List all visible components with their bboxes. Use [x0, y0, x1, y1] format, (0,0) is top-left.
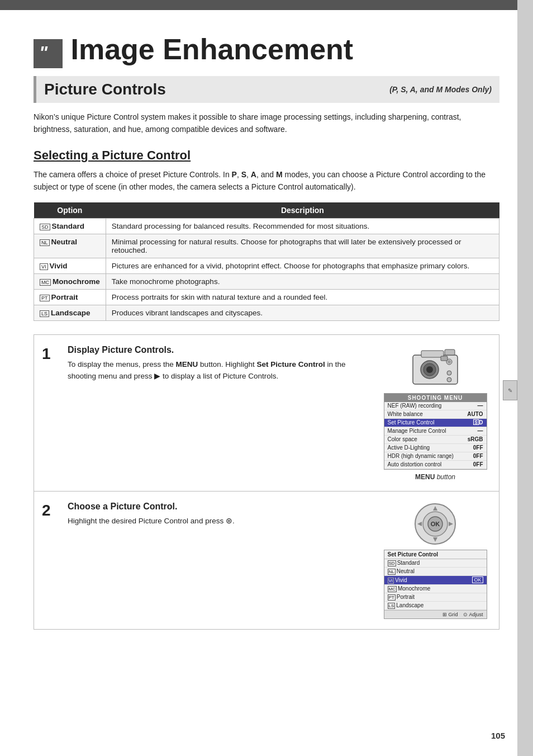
table-cell-option: NLNeutral: [34, 234, 106, 258]
step-2-number: 2: [42, 502, 59, 519]
spc-row-mc: MCMonochrome: [384, 585, 487, 593]
section-title: Picture Controls: [44, 81, 166, 98]
main-title: Image Enhancement: [70, 33, 353, 65]
right-stripe: [517, 0, 533, 756]
table-row: PTPortraitProcess portraits for skin wit…: [34, 289, 499, 305]
shooting-menu: SHOOTING MENU NEF (RAW) recording— White…: [384, 393, 487, 470]
spc-row-nl: NLNeutral: [384, 568, 487, 576]
spc-menu-footer: ⊞ Grid ⊙ Adjust: [384, 610, 487, 618]
body-text: The camera offers a choice of preset Pic…: [34, 168, 499, 193]
table-cell-description: Take monochrome photographs.: [106, 273, 499, 289]
step-2-body: Highlight the desired Picture Control an…: [68, 515, 370, 527]
sm-row-adc: Auto distortion control0FF: [384, 461, 487, 469]
page-number: 105: [491, 731, 505, 740]
svg-point-5: [426, 366, 433, 373]
table-cell-option: LSLandscape: [34, 305, 106, 320]
sm-row-hdr: HDR (high dynamic range)0FF: [384, 452, 487, 461]
table-cell-description: Pictures are enhanced for a vivid, photo…: [106, 258, 499, 273]
table-row: MCMonochromeTake monochrome photographs.: [34, 273, 499, 289]
section-subtitle: (P, S, A, and M Modes Only): [389, 85, 492, 94]
top-stripe: [0, 0, 533, 10]
page: Image Enhancement Picture Controls (P, S…: [0, 0, 533, 756]
table-row: NLNeutralMinimal processing for natural …: [34, 234, 499, 258]
table-row: VIVividPictures are enhanced for a vivid…: [34, 258, 499, 273]
section-header: Picture Controls (P, S, A, and M Modes O…: [34, 76, 499, 103]
table-cell-description: Process portraits for skin with natural …: [106, 289, 499, 305]
camera-svg: [410, 345, 460, 390]
svg-point-7: [448, 360, 451, 363]
steps-container: 1 Display Picture Controls. To display t…: [34, 334, 499, 630]
spc-menu-title: Set Picture Control: [384, 550, 487, 559]
table-cell-description: Standard processing for balanced results…: [106, 218, 499, 234]
step-1-body: To display the menus, press the MENU but…: [68, 358, 370, 382]
spc-row-vi: VIVivid OK: [384, 576, 487, 585]
table-row: LSLandscapeProduces vibrant landscapes a…: [34, 305, 499, 320]
spc-menu: Set Picture Control SDStandard NLNeutral…: [384, 550, 487, 619]
svg-point-9: [447, 377, 451, 382]
svg-rect-2: [445, 349, 455, 355]
step-1-row: 1 Display Picture Controls. To display t…: [34, 335, 499, 492]
step-2-image: OK Set Picture Control SDStandard NLNeut…: [379, 502, 491, 619]
table-cell-description: Minimal processing for natural results. …: [106, 234, 499, 258]
sm-row-wb: White balanceAUTO: [384, 410, 487, 419]
step-1-image: SHOOTING MENU NEF (RAW) recording— White…: [379, 345, 491, 481]
table-cell-option: SDStandard: [34, 218, 106, 234]
sm-row-cs: Color spacesRGB: [384, 436, 487, 444]
col-option: Option: [34, 202, 106, 219]
page-tab: ✎: [503, 380, 517, 400]
step-1-number: 1: [42, 345, 59, 363]
sm-row-nef: NEF (RAW) recording—: [384, 402, 487, 410]
spc-row-sd: SDStandard: [384, 559, 487, 568]
svg-rect-10: [441, 356, 448, 361]
sm-row-spc: Set Picture Control🅂D: [384, 419, 487, 427]
table-row: SDStandardStandard processing for balanc…: [34, 218, 499, 234]
sub-heading: Selecting a Picture Control: [34, 148, 499, 163]
chapter-icon: [34, 39, 63, 68]
sm-row-mpc: Manage Picture Control—: [384, 427, 487, 436]
step-2-title: Choose a Picture Control.: [68, 502, 370, 512]
col-description: Description: [106, 202, 499, 219]
ok-button-svg: OK: [413, 502, 458, 546]
menu-caption-1: MENU button: [415, 473, 455, 481]
step-1-title: Display Picture Controls.: [68, 345, 370, 355]
spc-row-pt: PTPortrait: [384, 593, 487, 602]
step-2-content: Choose a Picture Control. Highlight the …: [68, 502, 370, 527]
svg-rect-1: [421, 351, 444, 357]
intro-text: Nikon’s unique Picture Control system ma…: [34, 111, 499, 136]
options-table: Option Description SDStandardStandard pr…: [34, 202, 499, 321]
page-tab-icon: ✎: [508, 388, 512, 394]
step-2-row: 2 Choose a Picture Control. Highlight th…: [34, 492, 499, 629]
step-1-content: Display Picture Controls. To display the…: [68, 345, 370, 382]
svg-point-8: [447, 371, 451, 375]
table-cell-option: VIVivid: [34, 258, 106, 273]
shooting-menu-title: SHOOTING MENU: [384, 394, 487, 402]
table-cell-option: MCMonochrome: [34, 273, 106, 289]
table-cell-description: Produces vibrant landscapes and cityscap…: [106, 305, 499, 320]
spc-row-ls: LSLandscape: [384, 602, 487, 610]
title-row: Image Enhancement: [34, 32, 499, 66]
sm-row-adl: Active D-Lighting0FF: [384, 444, 487, 452]
table-cell-option: PTPortrait: [34, 289, 106, 305]
svg-text:OK: OK: [431, 521, 440, 527]
